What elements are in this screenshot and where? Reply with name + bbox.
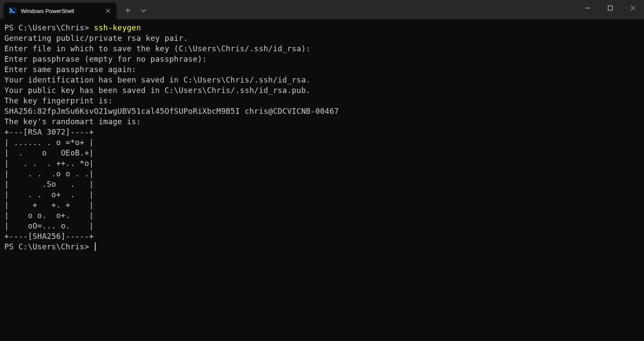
prompt-line-2: PS C:\Users\Chris>	[4, 242, 94, 251]
svg-rect-7	[608, 6, 612, 10]
command-ssh-keygen: ssh-keygen	[94, 23, 141, 32]
output-randomart: | ...... . o =*o+ |	[4, 138, 94, 147]
output-line: The key's randomart image is:	[4, 117, 141, 126]
output-line: Your identification has been saved in C:…	[4, 76, 310, 84]
terminal-content[interactable]: PS C:\Users\Chris> ssh-keygen Generating…	[0, 19, 644, 255]
output-randomart: | . o OEoB.+|	[4, 149, 94, 157]
close-window-button[interactable]	[621, 0, 644, 16]
output-randomart: +---[RSA 3072]----+	[4, 128, 94, 136]
tab-close-button[interactable]	[103, 7, 112, 15]
output-line: The key fingerprint is:	[4, 96, 113, 105]
output-randomart: | . . .o o . .|	[4, 169, 94, 178]
dropdown-button[interactable]	[136, 2, 151, 19]
output-randomart: +----[SHA256]-----+	[4, 232, 94, 241]
window-controls	[576, 0, 644, 16]
minimize-button[interactable]	[576, 0, 599, 16]
tab-powershell[interactable]: Windows PowerShell	[3, 3, 117, 19]
output-randomart: | .So . |	[4, 180, 94, 189]
output-randomart: | . . . ++.. *o|	[4, 159, 94, 168]
prompt-line-1: PS C:\Users\Chris>	[4, 23, 94, 32]
output-line: Enter file in which to save the key (C:\…	[4, 44, 310, 53]
powershell-icon	[9, 7, 17, 15]
output-randomart: | oO=... o. |	[4, 222, 94, 230]
output-line: Enter same passphrase again:	[4, 65, 136, 74]
tab-title: Windows PowerShell	[21, 8, 86, 14]
new-tab-button[interactable]	[120, 2, 136, 19]
output-line: Your public key has been saved in C:\Use…	[4, 86, 310, 95]
output-randomart: | . . o+ . |	[4, 190, 94, 199]
output-randomart: | + +. + |	[4, 201, 94, 209]
output-randomart: | o o. o+. |	[4, 211, 94, 220]
cursor	[95, 242, 96, 251]
maximize-button[interactable]	[599, 0, 621, 16]
output-line: Generating public/private rsa key pair.	[4, 34, 188, 43]
output-line: Enter passphrase (empty for no passphras…	[4, 55, 207, 63]
titlebar: Windows PowerShell	[0, 0, 644, 19]
output-line: SHA256:82fpJmSu6KsvO21wgUBV51cal45OfSUPo…	[4, 107, 339, 116]
